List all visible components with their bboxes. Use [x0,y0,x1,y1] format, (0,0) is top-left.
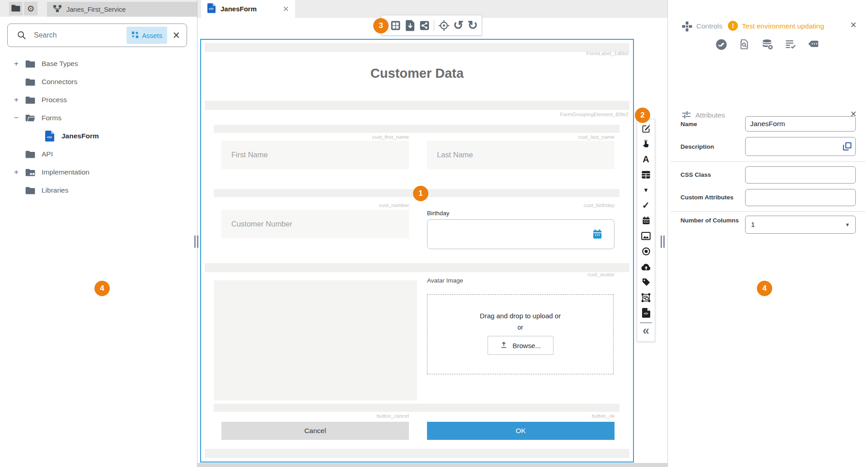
palette-item-upload[interactable] [637,259,655,274]
tree-item-implementation[interactable]: + Implementation [0,163,197,181]
tree-item-janesform[interactable]: </> JanesForm [0,127,197,145]
step-badge-3: 3 [373,18,389,33]
service-branch-icon [53,5,61,14]
tree-item-label: Libraries [42,186,68,194]
palette-item-checkbox[interactable]: ✓ [637,198,655,213]
first-name-field[interactable]: First Name [221,141,409,169]
settings-button[interactable]: ⚙ [24,2,38,15]
approve-check-button[interactable] [715,38,727,51]
birthday-input[interactable] [427,219,615,249]
step-badge-1: 1 [413,186,428,201]
document-search-button[interactable] [738,38,751,51]
upload-dropzone[interactable]: Drag and drop to upload or or Browse... [427,294,614,374]
comment-dots-button[interactable] [807,38,820,51]
palette-item-table[interactable] [637,167,655,182]
target-button[interactable] [437,19,450,32]
form-title[interactable]: Customer Data [201,66,633,81]
css-class-label: CSS Class [680,171,740,179]
palette-item-group[interactable] [637,290,655,305]
tree-item-base-types[interactable]: + Base Types [0,55,197,73]
tab-label: JanesForm [221,5,257,13]
palette-item-custom-code[interactable]: </> [637,305,655,321]
browse-button[interactable]: Browse... [488,336,554,355]
name-field[interactable] [745,116,856,132]
control-palette: A ▼ ✓ </> « [637,119,655,342]
close-icon[interactable]: × [850,20,856,30]
folder-button[interactable] [9,2,23,15]
number-of-columns-select[interactable]: 1 ▼ [745,216,856,234]
palette-item-label[interactable]: A [637,151,655,167]
horizontal-scrollbar[interactable] [197,463,667,467]
element-id-label: button_ok [524,413,615,419]
form-canvas[interactable]: FormLabel_1d6b0 Customer Data FormGroupi… [200,39,634,462]
palette-item-tag[interactable] [637,274,655,290]
redo-button[interactable]: ↻ [466,19,479,32]
palette-item-image[interactable] [637,228,655,244]
description-label: Description [680,143,740,151]
calendar-icon[interactable] [591,228,603,242]
assets-filter-chip[interactable]: Assets [127,27,167,44]
code-file-icon: </> [207,3,216,15]
last-name-field[interactable]: Last Name [427,141,615,169]
expand-icon[interactable]: + [12,95,21,104]
canvas-toolbar: ↺ ↻ [381,15,482,36]
description-field[interactable] [746,137,836,156]
customer-number-field[interactable]: Customer Number [221,210,409,238]
folder-implementation-icon [25,168,36,176]
tree-item-connectors[interactable]: Connectors [0,73,197,91]
search-box: Assets × [7,24,187,47]
close-icon[interactable]: × [173,29,180,42]
ok-button[interactable]: OK [427,422,615,440]
assets-icon [131,31,139,40]
left-panel-resize-handle[interactable] [194,236,199,248]
description-field-wrap [745,137,856,156]
placeholder-strip [214,125,619,133]
selected-value: 1 [751,221,755,229]
list-check-button[interactable] [784,38,797,51]
palette-item-button[interactable] [637,136,655,151]
css-class-field[interactable] [745,166,856,184]
toolbar-divider [434,20,434,31]
placeholder-strip [205,263,629,272]
database-remove-button[interactable] [761,38,774,51]
gear-icon: ⚙ [27,4,34,14]
tree-item-process[interactable]: + Process [0,91,197,109]
project-tab[interactable]: Janes_First_Service [47,2,197,17]
cancel-button[interactable]: Cancel [221,422,409,440]
copy-icon[interactable] [842,142,852,153]
tree-item-api[interactable]: API [0,145,197,163]
attributes-panel-title: Attributes [695,111,725,119]
section-divider [671,211,865,212]
collapse-minus-icon[interactable]: − [12,113,21,123]
palette-item-datepicker[interactable] [637,213,655,228]
palette-item-dropdown[interactable]: ▼ [637,182,655,198]
code-file-icon: </> [45,131,56,142]
collapse-palette-button[interactable]: « [637,324,655,340]
custom-attributes-field[interactable] [745,189,856,206]
tree-item-label: Connectors [42,78,77,86]
right-panel-resize-handle[interactable] [661,236,666,248]
tree-item-forms[interactable]: − Forms [0,109,197,127]
search-input[interactable] [34,31,127,39]
chevron-down-icon: ▼ [845,222,850,227]
avatar-placeholder[interactable] [214,280,417,401]
palette-item-radio[interactable] [637,244,655,259]
undo-button[interactable]: ↺ [452,19,464,32]
placeholder-strip [205,449,629,458]
editor-tab-janesform[interactable]: </> JanesForm × [201,0,295,18]
palette-item-text-input[interactable] [637,121,655,136]
expand-icon[interactable]: + [12,59,21,68]
share-button[interactable] [418,19,431,32]
folder-icon [25,186,36,194]
tree-item-label: API [42,150,53,158]
warning-icon: ! [728,21,738,31]
section-divider [671,161,865,162]
close-icon[interactable]: × [283,4,289,14]
export-file-button[interactable] [404,19,417,32]
layout-grid-button[interactable] [389,19,402,32]
step-badge-4-left: 4 [94,281,110,296]
upload-icon [500,341,508,350]
svg-text:</>: </> [209,7,213,11]
expand-icon[interactable]: + [12,168,21,177]
tree-item-libraries[interactable]: Libraries [0,181,197,199]
